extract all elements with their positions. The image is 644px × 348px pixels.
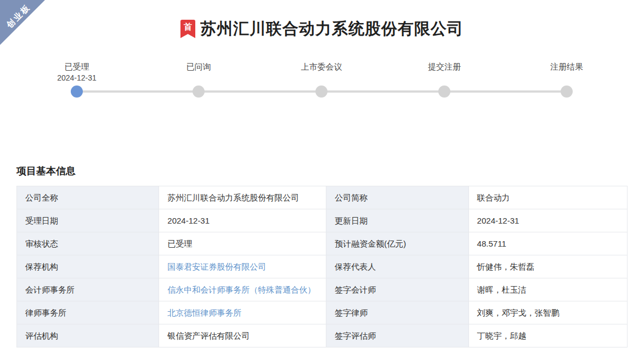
step-label: 已问询: [155, 61, 242, 72]
page-header: 首 苏州汇川联合动力系统股份有限公司: [0, 0, 644, 39]
project-basic-info-table: 公司全称 苏州汇川联合动力系统股份有限公司 公司简称 联合动力 受理日期 202…: [16, 186, 628, 347]
field-label: 保荐代表人: [326, 255, 468, 278]
step-label: 已受理: [33, 61, 121, 72]
field-label: 签字评估师: [326, 324, 468, 347]
step-date: 2024-12-31: [33, 72, 121, 83]
field-value: 已受理: [159, 232, 326, 255]
field-value: 2024-12-31: [159, 209, 326, 232]
field-value: 信永中和会计师事务所（特殊普通合伙）: [159, 278, 326, 301]
field-value: 刘爽，邓宇戈，张智鹏: [468, 301, 627, 324]
field-label: 公司简称: [326, 186, 468, 209]
field-value: 北京德恒律师事务所: [159, 301, 326, 324]
step-dot-registration-result: [561, 85, 573, 98]
field-label: 更新日期: [326, 209, 468, 232]
step-inquired: 已问询: [155, 61, 242, 72]
field-value: 48.5711: [468, 232, 627, 255]
sponsor-institution-link[interactable]: 国泰君安证券股份有限公司: [167, 262, 266, 271]
field-value: 谢晖，杜玉洁: [468, 278, 627, 301]
field-label: 审核状态: [17, 232, 159, 255]
table-row: 公司全称 苏州汇川联合动力系统股份有限公司 公司简称 联合动力: [17, 186, 628, 209]
step-submit-registration: 提交注册: [400, 61, 488, 72]
step-label: 注册结果: [523, 61, 611, 72]
project-page: 创业板 首 苏州汇川联合动力系统股份有限公司 已受理 2024-12-31 已问…: [0, 0, 644, 348]
section-title-basic-info: 项目基本信息: [16, 164, 628, 178]
field-label: 公司全称: [17, 186, 159, 209]
table-row: 审核状态 已受理 预计融资金额(亿元) 48.5711: [17, 232, 628, 255]
step-dot-submit-registration: [438, 85, 450, 98]
step-dot-inquired: [193, 85, 205, 98]
field-label: 会计师事务所: [17, 278, 159, 301]
company-title: 苏州汇川联合动力系统股份有限公司: [200, 18, 464, 40]
step-dot-committee-meeting: [315, 85, 327, 98]
table-row: 受理日期 2024-12-31 更新日期 2024-12-31: [17, 209, 628, 232]
table-row: 律师事务所 北京德恒律师事务所 签字律师 刘爽，邓宇戈，张智鹏: [17, 301, 628, 324]
field-value: 银信资产评估有限公司: [159, 324, 326, 347]
field-value: 国泰君安证券股份有限公司: [159, 255, 326, 278]
step-committee-meeting: 上市委会议: [278, 61, 365, 72]
field-label: 签字会计师: [326, 278, 468, 301]
step-dot-accepted: [71, 85, 83, 98]
step-registration-result: 注册结果: [523, 61, 611, 72]
step-label: 上市委会议: [278, 61, 365, 72]
field-value: 苏州汇川联合动力系统股份有限公司: [159, 186, 326, 209]
step-accepted: 已受理 2024-12-31: [33, 61, 121, 83]
field-value: 2024-12-31: [468, 209, 627, 232]
field-value: 联合动力: [468, 186, 627, 209]
field-label: 受理日期: [17, 209, 159, 232]
field-label: 预计融资金额(亿元): [326, 232, 468, 255]
table-row: 评估机构 银信资产评估有限公司 签字评估师 丁晓宇，邱越: [17, 324, 628, 347]
field-label: 评估机构: [17, 324, 159, 347]
field-label: 律师事务所: [17, 301, 159, 324]
accounting-firm-link[interactable]: 信永中和会计师事务所（特殊普通合伙）: [167, 285, 315, 294]
first-bookmark-icon: 首: [180, 20, 195, 38]
field-value: 丁晓宇，邱越: [468, 324, 627, 347]
table-row: 会计师事务所 信永中和会计师事务所（特殊普通合伙） 签字会计师 谢晖，杜玉洁: [17, 278, 628, 301]
review-status-stepper: 已受理 2024-12-31 已问询 上市委会议 提交注册 注册结果: [16, 61, 628, 127]
field-label: 保荐机构: [17, 255, 159, 278]
field-label: 签字律师: [326, 301, 468, 324]
law-firm-link[interactable]: 北京德恒律师事务所: [167, 308, 241, 317]
field-value: 忻健伟，朱哲磊: [468, 255, 627, 278]
table-row: 保荐机构 国泰君安证券股份有限公司 保荐代表人 忻健伟，朱哲磊: [17, 255, 628, 278]
step-label: 提交注册: [400, 61, 488, 72]
